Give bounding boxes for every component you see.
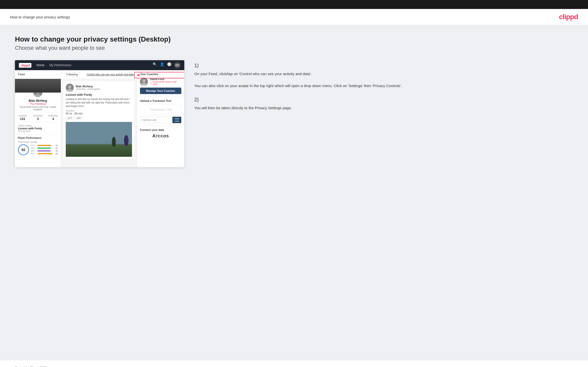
profile-club: Royal North Devon Golf Club, United King…	[17, 106, 59, 111]
trackman-title: Upload a Trackman Test	[140, 99, 181, 102]
stat-followers: Followers 3	[30, 114, 45, 121]
coaches-title: Your Coaches	[140, 73, 181, 76]
manage-coaches-button[interactable]: Manage Your Coaches	[140, 88, 181, 94]
coach-name: David Ford	[150, 78, 181, 81]
app-nav-icons: 🔍 👤 ⚪ BM	[153, 62, 180, 68]
coach-club: ⓘ Royal North Devon Golf Club	[150, 81, 181, 86]
add-link-button[interactable]: Add Link	[172, 117, 181, 123]
avatar-btn[interactable]: BM	[174, 62, 180, 68]
bar-app: APP 85	[31, 147, 58, 149]
logo: clippd	[559, 13, 578, 21]
post-tags: OTT APP	[66, 116, 132, 120]
connect-title: Connect your data	[140, 128, 181, 131]
stat-following: Following 4	[46, 114, 61, 121]
bar-arg: ARG 86	[31, 150, 58, 152]
step1-number: 1)	[194, 63, 573, 68]
app-right-panel: Your Coaches David Ford	[137, 70, 184, 167]
app-body: Feed Blair McHarg	[15, 70, 184, 167]
page-title: How to change your privacy settings	[10, 15, 70, 19]
step1-text: On your Feed, click/tap on 'Control who …	[194, 71, 573, 89]
trackman-input[interactable]	[140, 117, 171, 123]
search-icon[interactable]: 🔍	[153, 62, 157, 68]
latest-activity: Latest Activity Lesson with Fordy 03 Aug…	[15, 122, 61, 134]
top-bar	[0, 0, 588, 9]
step2-number: 2)	[194, 97, 573, 103]
hero-subtitle: Choose what you want people to see	[15, 45, 573, 51]
feed-header: Following Control who can see your activ…	[61, 70, 137, 79]
tag-ott: OTT	[66, 116, 74, 120]
site-footer: Copyright Clippd 2022	[0, 360, 588, 367]
post-location: Yesterday · Sunningdale	[76, 88, 100, 90]
nav-my-performance[interactable]: My Performance	[49, 63, 71, 67]
main-content: How to change your privacy settings (Des…	[0, 25, 588, 360]
trackman-section: Upload a Trackman Test Trackman Link Add…	[137, 97, 184, 126]
svg-point-3	[68, 85, 71, 88]
tpq-bars: OTT 90 APP 85 ARG	[31, 144, 58, 155]
post-title: Lesson with Fordy	[66, 93, 132, 97]
profile-icon[interactable]: 👤	[160, 62, 164, 68]
profile-name: Blair McHarg	[17, 99, 59, 103]
player-performance: Player Performance Total Player Quality …	[15, 134, 61, 157]
location-icon: ⓘ	[150, 82, 152, 85]
svg-rect-8	[66, 122, 132, 144]
profile-handicap: Plus Handicap	[17, 103, 59, 105]
bar-putt: PUTT 96	[31, 153, 58, 155]
nav-home[interactable]: Home	[36, 63, 44, 67]
post-author: Blair McHarg	[76, 85, 100, 88]
arccos-logo: Arccos	[140, 133, 181, 139]
app-mockup: clippd Home My Performance 🔍 👤 ⚪ BM Feed	[15, 60, 184, 167]
hero-title: How to change your privacy settings (Des…	[15, 35, 573, 43]
bar-ott: OTT 90	[31, 144, 58, 147]
tag-app: APP	[75, 116, 83, 120]
post-duration: Duration 01 hr : 30 min	[66, 109, 132, 115]
trackman-input-row: Add Link	[140, 117, 181, 123]
footer-copyright: Copyright Clippd 2022	[15, 366, 47, 367]
app-feed: Following Control who can see your activ…	[61, 70, 137, 167]
post-image	[66, 122, 132, 157]
connect-section: Connect your data Arccos	[137, 126, 184, 141]
profile-banner	[15, 79, 61, 93]
app-sidebar: Feed Blair McHarg	[15, 70, 61, 167]
feed-tab[interactable]: Feed	[15, 70, 61, 79]
svg-point-1	[34, 94, 42, 98]
profile-info: Blair McHarg Plus Handicap Royal North D…	[15, 98, 61, 113]
coach-item: David Ford ⓘ Royal North Devon Golf Club	[140, 78, 181, 86]
globe-icon[interactable]: ⚪	[167, 62, 171, 68]
profile-stats: Activities 131 Followers 3 Following 4	[15, 113, 61, 122]
svg-point-13	[142, 79, 145, 82]
instruction-step1: 1) On your Feed, click/tap on 'Control w…	[194, 63, 573, 89]
step2-text: You will then be taken directly to the P…	[194, 105, 573, 111]
feed-post: Blair McHarg Yesterday · Sunningdale Les…	[63, 81, 135, 159]
post-avatar	[66, 84, 74, 92]
coach-avatar	[140, 78, 148, 86]
instructions: 1) On your Feed, click/tap on 'Control w…	[194, 60, 573, 119]
control-privacy-link[interactable]: Control who can see your activity and da…	[87, 73, 134, 76]
trackman-placeholder: Trackman Link	[140, 104, 181, 115]
content-columns: clippd Home My Performance 🔍 👤 ⚪ BM Feed	[15, 60, 573, 167]
tpq-circle: 92	[18, 144, 29, 155]
app-navbar: clippd Home My Performance 🔍 👤 ⚪ BM	[15, 60, 184, 70]
app-logo: clippd	[19, 63, 31, 68]
stat-activities: Activities 131	[15, 114, 30, 121]
instruction-step2: 2) You will then be taken directly to th…	[194, 97, 573, 111]
post-desc: Looking to feel like my hands are exitin…	[66, 98, 132, 108]
following-button[interactable]: Following	[64, 72, 80, 77]
site-header: How to change your privacy settings clip…	[0, 9, 588, 25]
post-header: Blair McHarg Yesterday · Sunningdale	[66, 84, 132, 92]
coaches-section: Your Coaches David Ford	[137, 70, 184, 97]
